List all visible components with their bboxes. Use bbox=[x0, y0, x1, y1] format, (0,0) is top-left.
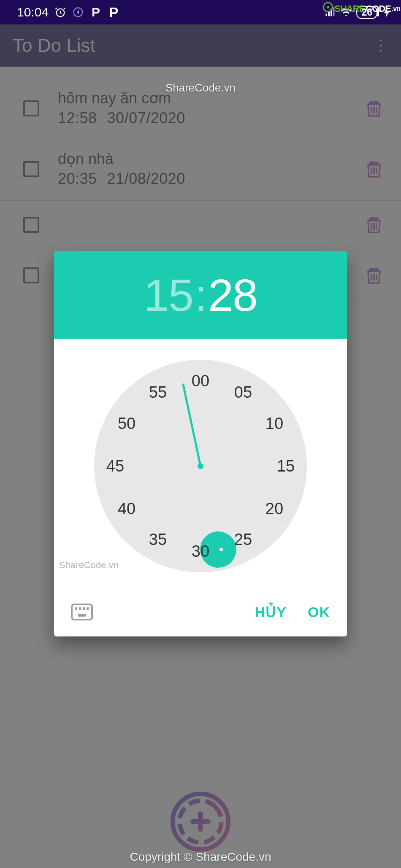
action-buttons: HỦY OK bbox=[255, 604, 330, 620]
time-colon: : bbox=[195, 269, 206, 321]
clock-tick[interactable]: 45 bbox=[103, 453, 128, 479]
watermark-logo: SHARECODE.vn bbox=[322, 2, 400, 16]
clock-tick[interactable]: 05 bbox=[230, 380, 256, 405]
clock-hand bbox=[182, 383, 201, 466]
cancel-button[interactable]: HỦY bbox=[255, 604, 287, 620]
clock-face[interactable]: 000510152025303540455055 bbox=[94, 360, 307, 572]
logo-mark-icon bbox=[322, 2, 333, 16]
time-picker-dialog: 15 : 28 000510152025303540455055 ShareCo… bbox=[54, 251, 347, 636]
clock-center-dot bbox=[198, 463, 203, 469]
clock-tick[interactable]: 25 bbox=[230, 527, 256, 553]
clock-tick[interactable]: 15 bbox=[273, 453, 298, 479]
clock-tick[interactable]: 20 bbox=[262, 496, 287, 521]
clock-area: 000510152025303540455055 ShareCode.vn bbox=[54, 339, 347, 599]
ok-button[interactable]: OK bbox=[308, 604, 330, 620]
status-time: 10:04 bbox=[17, 5, 49, 19]
watermark-text: ShareCode.vn bbox=[59, 560, 119, 571]
clock-tick[interactable]: 40 bbox=[114, 496, 139, 521]
time-hour[interactable]: 15 bbox=[144, 269, 193, 321]
clock-tick[interactable]: 10 bbox=[262, 411, 287, 436]
copyright-text: Copyright © ShareCode.vn bbox=[130, 850, 271, 864]
time-display: 15 : 28 bbox=[144, 269, 257, 321]
keyboard-icon[interactable] bbox=[71, 604, 93, 620]
moon-icon bbox=[72, 6, 84, 18]
p-icon-2: P bbox=[108, 6, 119, 18]
watermark-text: ShareCode.vn bbox=[165, 81, 236, 94]
time-picker-header: 15 : 28 bbox=[54, 251, 347, 339]
clock-tick[interactable]: 00 bbox=[188, 368, 213, 394]
status-left: 10:04 P P bbox=[17, 5, 119, 19]
time-minute[interactable]: 28 bbox=[208, 269, 257, 321]
clock-tick[interactable]: 30 bbox=[188, 539, 213, 564]
clock-tick[interactable]: 35 bbox=[145, 527, 171, 553]
alarm-icon bbox=[54, 6, 66, 18]
dialog-actions: HỦY OK bbox=[54, 599, 347, 636]
screen: 10:04 P P 26 bbox=[0, 0, 401, 868]
p-icon: P bbox=[90, 6, 102, 18]
clock-tick[interactable]: 55 bbox=[145, 380, 171, 405]
clock-tick[interactable]: 50 bbox=[114, 411, 139, 436]
